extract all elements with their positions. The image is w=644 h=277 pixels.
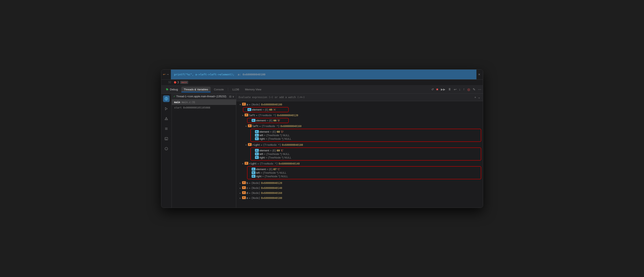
tab-debug[interactable]: 🪲 Debug — [163, 87, 180, 92]
var-d-row[interactable]: ≡ d = {Node} 0x600000040160 — [236, 191, 483, 196]
back-arrow-icon[interactable]: ↩ — [163, 73, 166, 76]
var-b-struct-icon: ≡ — [242, 181, 246, 184]
inner-e-element-value: 69 — [277, 149, 280, 152]
inner-e-element-name: element — [260, 149, 269, 152]
var-a-left-row[interactable]: ≡ left = {TreeNode *} 0x600000040120 — [236, 113, 483, 118]
inner-c-right-null: NULL — [281, 175, 288, 178]
var-d-type: {Node} — [251, 191, 260, 195]
var-a-struct-icon: ≡ — [242, 103, 246, 106]
var-b-row[interactable]: ≡ b = {Node} 0x600000040120 — [236, 181, 483, 186]
sidebar-icon-terminal[interactable] — [163, 135, 170, 142]
step-over-button[interactable]: ↩ — [454, 88, 456, 91]
step-out-button[interactable]: ↑ — [463, 88, 465, 91]
var-e-expand[interactable] — [240, 196, 242, 200]
var-c-eq: = — [249, 186, 250, 190]
inner-e-right-eq: = — [266, 156, 267, 159]
tab-memory[interactable]: Memory View — [242, 87, 264, 92]
eval-add-icon[interactable]: + — [474, 96, 476, 99]
inner-c-right-type: {TreeNode *} — [264, 175, 280, 178]
var-a-left-element-type: {E} — [269, 119, 272, 122]
var-c-addr: 0x600000040140 — [261, 186, 282, 190]
var-a-right-struct-icon: ≡ — [244, 162, 248, 165]
tab-bar: 🪲 Debug Threads & Variables Console LLDB… — [161, 85, 483, 94]
var-a-left-right-row[interactable]: ≡ right = {TreeNode *} 0x600000040180 — [236, 142, 483, 147]
restart-button[interactable]: ↺ — [431, 88, 434, 91]
var-a-left-left-eq: = — [259, 124, 260, 128]
var-e-addr: 0x600000040180 — [261, 196, 282, 200]
inner-d-left-null: NULL — [283, 134, 290, 137]
eval-dropdown-icon[interactable]: ⌄ — [478, 96, 480, 99]
var-e-row[interactable]: ≡ e = {Node} 0x600000040180 — [236, 196, 483, 201]
inner-c-element-value: 67 — [274, 168, 276, 171]
more-button[interactable]: ⋯ — [478, 88, 481, 91]
inner-d-left-icon: 01 — [255, 134, 259, 137]
edit-button[interactable]: ✎ — [473, 88, 476, 91]
var-a-element-name: element — [252, 108, 262, 111]
inner-c-right-eq: = — [262, 175, 264, 178]
inner-d-right-eq: = — [266, 137, 267, 140]
var-a-name: a — [247, 103, 248, 106]
var-d-name: d — [247, 191, 248, 195]
var-a-left-expand[interactable] — [242, 114, 244, 117]
var-d-expand[interactable] — [240, 191, 242, 195]
var-a-right-expand[interactable] — [242, 162, 244, 166]
break-button[interactable]: ◎ — [467, 88, 470, 91]
inner-c-element-name: element — [256, 168, 266, 171]
var-a-row[interactable]: ≡ a = {Node} 0x600000040100 — [236, 102, 483, 107]
inner-d-element-name: element — [260, 130, 269, 133]
continue-button[interactable]: ▶▶ — [441, 88, 446, 91]
var-a-left-left-addr: 0x600000040160 — [280, 124, 302, 128]
var-e-name: e — [247, 196, 248, 200]
sidebar-icon-debug[interactable] — [163, 95, 170, 102]
right-panel: + ⌄ ≡ a = {Node} 0x600000040100 — [236, 94, 483, 208]
frame-main-sublabel: main.c:31 — [182, 101, 195, 104]
var-b-expand[interactable] — [240, 181, 242, 185]
eval-bar: + ⌄ — [236, 94, 483, 101]
brace-code: } — [178, 81, 179, 84]
var-a-element-eq: = — [262, 108, 264, 111]
svg-marker-4 — [165, 107, 167, 110]
nav-arrows[interactable]: ↩ → — [161, 70, 171, 79]
thread-chevron-icon[interactable]: ∨ — [232, 95, 234, 98]
var-a-left-right-addr: 0x600000040180 — [282, 143, 303, 147]
inner-e-left-icon: 01 — [255, 152, 259, 155]
var-b-name: b — [247, 181, 248, 185]
var-a-right-row[interactable]: ≡ right = {TreeNode *} 0x600000040140 — [236, 161, 483, 166]
line-code: 🔴 } main — [174, 81, 188, 84]
sidebar-icon-warning[interactable] — [163, 115, 170, 122]
sidebar-icon-run[interactable] — [163, 105, 170, 112]
console-tab-label: Console — [214, 88, 224, 91]
var-a-left-left-expand[interactable] — [246, 124, 248, 128]
tab-lldb[interactable]: LLDB — [230, 87, 242, 92]
sidebar-icon-list[interactable] — [163, 125, 170, 132]
inner-e-right-name: right — [260, 156, 265, 159]
forward-arrow-icon[interactable]: → — [166, 73, 169, 76]
inner-c-right-name: right — [256, 175, 262, 178]
filter-icon[interactable]: ⊟ — [229, 95, 232, 98]
var-a-left-addr: 0x600000040120 — [277, 114, 298, 117]
inner-e-left-eq: = — [264, 152, 266, 156]
eval-input[interactable] — [239, 96, 473, 99]
inner-d-element-icon: 01 — [255, 130, 259, 133]
var-a-left-name: left — [249, 114, 255, 117]
tab-threads[interactable]: Threads & Variables — [181, 87, 211, 92]
var-a-left-right-expand[interactable] — [246, 143, 248, 147]
stop-button[interactable]: ■ — [436, 88, 438, 91]
step-into-button[interactable]: ↓ — [459, 88, 460, 91]
var-a-left-right-type: {TreeNode *} — [263, 143, 281, 147]
var-c-expand[interactable] — [240, 186, 242, 190]
pause-button[interactable]: ⏸ — [448, 88, 451, 91]
frame-item-main[interactable]: main main.c:31 — [172, 100, 236, 105]
code-bar-close: ✕ — [476, 70, 483, 79]
var-c-row[interactable]: ≡ c = {Node} 0x600000040140 — [236, 186, 483, 191]
var-a-left-left-row[interactable]: ≡ left = {TreeNode *} 0x600000040160 — [236, 124, 483, 129]
var-a-left-element-box: 01 element = {E} 66 'B' — [247, 118, 481, 123]
sidebar-icon-info[interactable] — [163, 145, 170, 152]
inner-d-left-eq: = — [264, 134, 266, 137]
tab-console[interactable]: Console — [212, 87, 226, 92]
frame-item-start[interactable]: start 0x0000000105105088 — [172, 105, 236, 110]
var-a-expand[interactable] — [240, 103, 242, 106]
inner-e-element-icon: 01 — [255, 149, 259, 152]
debug-tab-icon: 🪲 — [166, 88, 169, 91]
line-number: 32 — [161, 81, 174, 84]
